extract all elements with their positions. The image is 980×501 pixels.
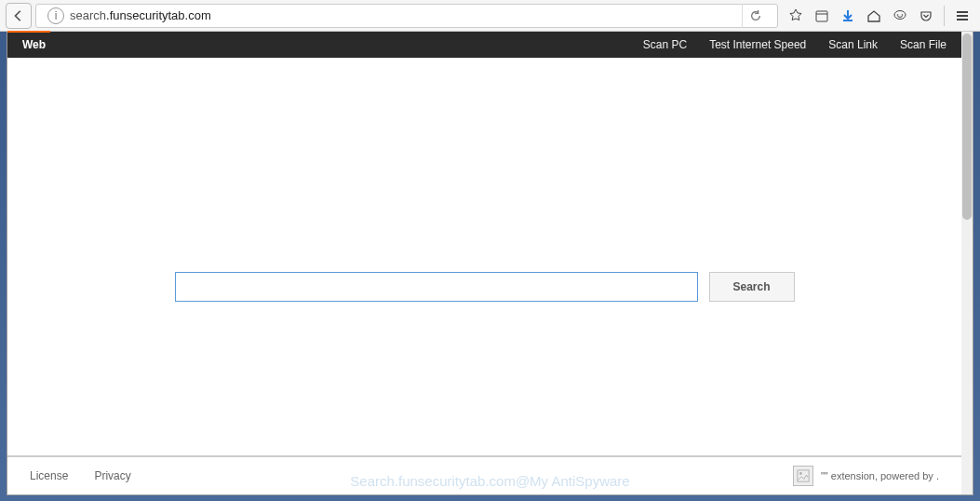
divider	[944, 6, 945, 26]
library-icon[interactable]	[810, 4, 834, 28]
address-bar[interactable]: i search.funsecuritytab.com	[35, 4, 778, 28]
reload-button[interactable]	[742, 4, 768, 28]
footer-attribution: "" extension, powered by .	[821, 470, 939, 481]
broken-image-icon	[793, 466, 813, 486]
svg-rect-0	[816, 11, 827, 21]
chat-icon[interactable]	[888, 4, 912, 28]
topbar-link-scan-file[interactable]: Scan File	[900, 38, 946, 51]
accent-bar	[7, 31, 50, 33]
search-input[interactable]	[175, 272, 698, 302]
site-topbar: Web Scan PC Test Internet Speed Scan Lin…	[7, 32, 961, 58]
footer: License Privacy "" extension, powered by…	[7, 455, 961, 494]
topbar-link-test-speed[interactable]: Test Internet Speed	[709, 38, 806, 51]
url-prefix: search	[70, 8, 106, 22]
browser-toolbar	[784, 4, 974, 28]
search-area: Search	[7, 272, 961, 302]
footer-link-license[interactable]: License	[30, 469, 68, 482]
svg-point-3	[897, 14, 899, 16]
back-button[interactable]	[6, 3, 32, 29]
topbar-link-scan-pc[interactable]: Scan PC	[643, 38, 687, 51]
topbar-links: Scan PC Test Internet Speed Scan Link Sc…	[643, 38, 946, 51]
info-icon[interactable]: i	[47, 7, 64, 24]
svg-point-9	[799, 472, 802, 475]
pocket-icon[interactable]	[914, 4, 938, 28]
scrollbar-track[interactable]	[961, 32, 973, 494]
bookmark-star-icon[interactable]	[784, 4, 808, 28]
footer-link-privacy[interactable]: Privacy	[94, 469, 130, 482]
downloads-icon[interactable]	[836, 4, 860, 28]
url-domain: .funsecuritytab.com	[106, 8, 211, 22]
home-icon[interactable]	[862, 4, 886, 28]
topbar-link-scan-link[interactable]: Scan Link	[828, 38, 878, 51]
svg-point-2	[894, 10, 906, 19]
browser-chrome: i search.funsecuritytab.com	[0, 0, 980, 32]
arrow-left-icon	[12, 9, 25, 22]
page-viewport: Web Scan PC Test Internet Speed Scan Lin…	[7, 32, 973, 495]
search-button[interactable]: Search	[709, 272, 795, 302]
svg-point-4	[902, 14, 904, 16]
reload-icon	[749, 9, 762, 22]
topbar-tab-web[interactable]: Web	[22, 38, 46, 51]
menu-icon[interactable]	[950, 4, 974, 28]
footer-right: "" extension, powered by .	[793, 466, 939, 486]
scrollbar-thumb[interactable]	[962, 34, 972, 220]
footer-links: License Privacy	[30, 469, 131, 482]
